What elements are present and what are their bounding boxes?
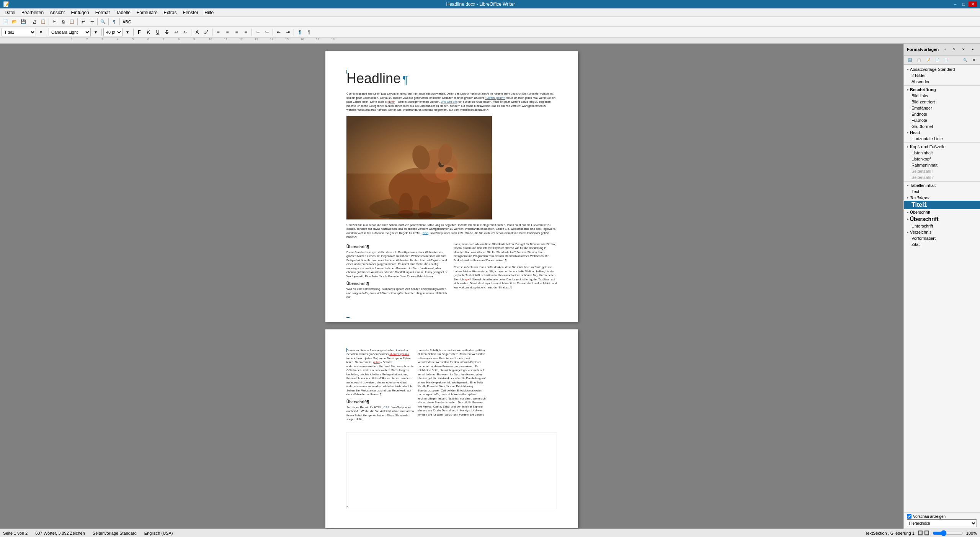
menu-hilfe[interactable]: Hilfe [201,9,217,16]
spellcheck-button[interactable]: ABC [121,18,133,26]
sidebar-delete-btn[interactable]: ✕ [959,45,968,54]
show-preview-checkbox[interactable] [907,514,911,519]
font-dropdown-btn[interactable]: ▾ [91,28,100,36]
pilcrow-button[interactable]: ¶ [110,18,118,26]
css-link[interactable]: CSS [423,231,428,235]
sb-tb-btn1[interactable]: 🔠 [905,56,914,64]
indent-button[interactable]: ⇥ [284,28,292,36]
menu-bearbeiten[interactable]: Bearbeiten [18,9,47,16]
style-item[interactable]: Titel1 [904,201,980,209]
style-item[interactable]: Unterschrift [904,223,980,229]
style-item[interactable]: Fußnote [904,117,980,123]
outdent-button[interactable]: ⇤ [274,28,283,36]
menu-einfuegen[interactable]: Einfügen [68,9,92,16]
style-select[interactable]: Titel1 [2,28,36,36]
style-dropdown-btn[interactable]: ▾ [37,28,45,36]
zoom-slider[interactable] [933,531,963,535]
style-item[interactable]: Vorformatiert [904,235,980,241]
style-item[interactable]: Empfänger [904,105,980,111]
font-select[interactable]: Candara Light [49,28,91,36]
minimize-button[interactable]: − [952,2,959,7]
mehr-link[interactable]: Und weil Sie [441,100,457,103]
sb-tb-btn2[interactable]: 📋 [915,56,923,64]
find-button[interactable]: 🔍 [99,18,107,26]
style-item[interactable]: ▸Überschrift [904,209,980,215]
underline-button[interactable]: U [154,28,162,36]
style-item[interactable]: ▸Überschrift [904,215,980,223]
menu-extras[interactable]: Extras [161,9,180,16]
style-item[interactable]: Horizontale Linie [904,136,980,142]
sb-tb-btn4[interactable]: 📄 [933,56,941,64]
style-item[interactable]: Bild zentriert [904,99,980,105]
sb-tb-search[interactable]: 🔍 [961,56,969,64]
style-item[interactable]: Grußformel [904,123,980,129]
style-item[interactable]: Zitat [904,241,980,247]
cut-button[interactable]: ✂ [50,18,59,26]
lorem-link-1[interactable]: »Lorem Ipsum« [485,96,505,100]
paste-button[interactable]: 📋 [68,18,76,26]
sb-tb-btn5[interactable]: 📑 [942,56,951,64]
menu-formulare[interactable]: Formulare [134,9,161,16]
strikethrough-button[interactable]: S [163,28,171,36]
style-item[interactable]: Absender [904,79,980,85]
style-item[interactable]: ▸Absatzvorlage Standard [904,66,980,72]
highlight-button[interactable]: 🖊 [202,28,211,36]
guter-link[interactable]: guter [388,100,395,103]
superscript-button[interactable]: A² [172,28,180,36]
font-color-button[interactable]: A [193,28,201,36]
style-item[interactable]: ▸Kopf- und Fußzeile [904,144,980,150]
align-right-button[interactable]: ≡ [232,28,241,36]
menu-tabelle[interactable]: Tabelle [113,9,134,16]
style-item[interactable]: ▸Beschriftung [904,87,980,93]
style-item[interactable]: ▸Verzeichnis [904,229,980,235]
align-left-button[interactable]: ≡ [214,28,222,36]
new-button[interactable]: 📄 [2,18,10,26]
style-item[interactable]: Bild links [904,93,980,99]
bold-button[interactable]: F [135,28,144,36]
pdf-button[interactable]: 📋 [39,18,47,26]
sidebar-edit-btn[interactable]: ✎ [950,45,959,54]
save-button[interactable]: 💾 [19,18,28,26]
list-bullet-button[interactable]: ≔ [253,28,262,36]
copy-button[interactable]: ⎘ [59,18,67,26]
style-item[interactable]: Listenkopf [904,156,980,162]
italic-button[interactable]: K [144,28,153,36]
style-item[interactable]: 2 Bilder [904,72,980,79]
sb-tb-btn3[interactable]: 📝 [924,56,932,64]
open-button[interactable]: 📂 [10,18,19,26]
sb-tb-close[interactable]: ✕ [970,56,978,64]
menu-ansicht[interactable]: Ansicht [47,9,68,16]
gott-link[interactable]: gott! [466,278,471,281]
align-justify-button[interactable]: ≡ [242,28,250,36]
guter-link-p2[interactable]: guter [373,360,380,364]
pilcrow2-fmt-button[interactable]: ¶ [305,28,313,36]
redo-button[interactable]: ↪ [88,18,96,26]
sidebar-menu-btn[interactable]: ▾ [969,45,977,54]
style-item[interactable]: ▸Head [904,129,980,136]
style-item[interactable]: Text [904,188,980,195]
style-item[interactable]: Endnote [904,111,980,117]
style-item[interactable]: Rahmeninhalt [904,162,980,168]
style-item[interactable]: Seitenzahl r [904,174,980,180]
align-center-button[interactable]: ≡ [223,28,232,36]
css-link-p2[interactable]: CSS [384,406,389,409]
document-area[interactable]: Headline ¶ Überall dieselbe alte Leier. … [0,44,903,529]
menu-fenster[interactable]: Fenster [180,9,202,16]
style-item[interactable]: ▸Tabelleninhalt [904,182,980,188]
style-item[interactable]: Listeninhalt [904,150,980,156]
undo-button[interactable]: ↩ [79,18,87,26]
size-select[interactable]: 48 pt [103,28,122,36]
maximize-button[interactable]: □ [960,2,967,7]
pilcrow-fmt-button[interactable]: ¶ [296,28,304,36]
subscript-button[interactable]: A₂ [181,28,189,36]
menu-format[interactable]: Format [92,9,113,16]
size-dropdown-btn[interactable]: ▾ [123,28,132,36]
menu-datei[interactable]: Datei [2,9,18,16]
sidebar-new-btn[interactable]: + [941,45,949,54]
lorem-link-p2[interactable]: »Lorem ipsum« [389,352,409,356]
style-item[interactable]: ▸Textkörper [904,195,980,201]
hierarchy-select[interactable]: Hierarchisch [907,519,977,527]
style-item[interactable]: Seitenzahl I [904,168,980,174]
close-button[interactable]: ✕ [969,2,977,7]
print-button[interactable]: 🖨 [30,18,39,26]
